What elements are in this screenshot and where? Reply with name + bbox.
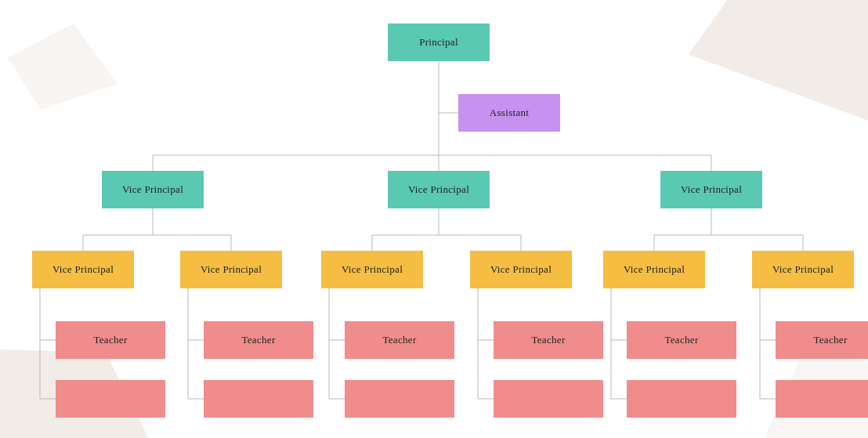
node-vp: Vice Principal [102, 171, 204, 208]
node-vp: Vice Principal [660, 171, 762, 208]
node-sub-vp: Vice Principal [180, 251, 282, 288]
node-teacher [494, 380, 603, 418]
node-sub-vp: Vice Principal [603, 251, 705, 288]
node-teacher [204, 380, 313, 418]
node-teacher [345, 380, 454, 418]
node-teacher: Teacher [627, 321, 736, 359]
node-teacher [56, 380, 165, 418]
node-vp: Vice Principal [388, 171, 490, 208]
node-teacher: Teacher [204, 321, 313, 359]
node-principal: Principal [388, 24, 490, 61]
node-teacher: Teacher [345, 321, 454, 359]
node-sub-vp: Vice Principal [752, 251, 854, 288]
node-teacher: Teacher [56, 321, 165, 359]
node-teacher [627, 380, 736, 418]
node-teacher: Teacher [776, 321, 868, 359]
node-teacher [776, 380, 868, 418]
node-sub-vp: Vice Principal [321, 251, 423, 288]
node-teacher: Teacher [494, 321, 603, 359]
node-sub-vp: Vice Principal [32, 251, 134, 288]
node-assistant: Assistant [458, 94, 560, 132]
org-chart-connectors [0, 0, 868, 438]
node-sub-vp: Vice Principal [470, 251, 572, 288]
